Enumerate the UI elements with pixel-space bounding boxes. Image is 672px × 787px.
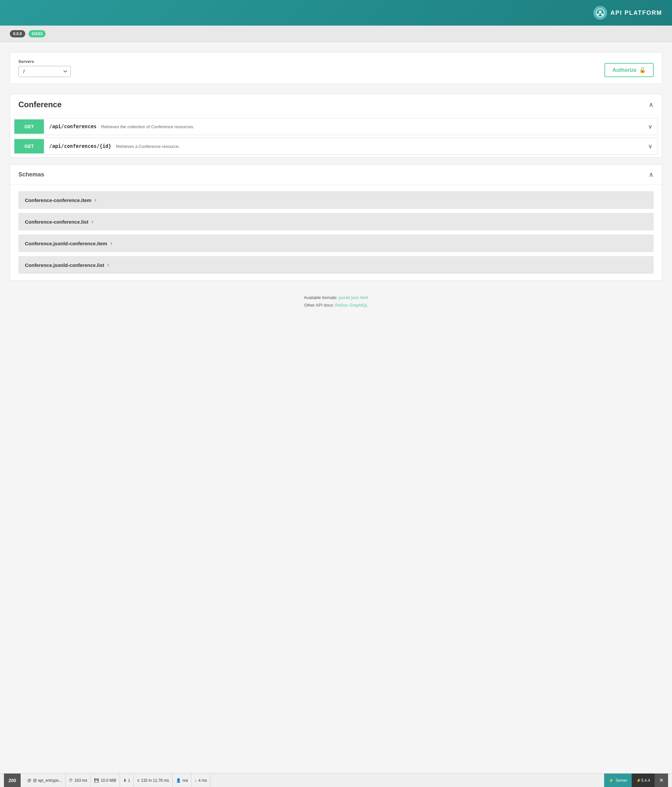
- schemas-section: Schemas ∧ Conference-conference.item › C…: [10, 164, 662, 281]
- path-text-1: /api/conferences: [49, 123, 97, 130]
- app-title: API PLATFORM: [610, 9, 662, 16]
- schema-name-2: Conference-conference.list: [25, 219, 88, 224]
- app-logo: [593, 6, 607, 20]
- authorize-button[interactable]: Authorize 🔓: [604, 63, 654, 77]
- status-server-info[interactable]: ⚡ Server: [604, 774, 632, 787]
- conference-section: Conference ∧ GET /api/conferences Retrie…: [10, 94, 662, 158]
- endpoint-expand-chevron-1: ∨: [643, 119, 658, 135]
- redoc-link[interactable]: ReDoc: [335, 303, 348, 308]
- version-text: 5.4.4: [641, 778, 650, 783]
- queries-icon: ≡: [137, 778, 139, 783]
- other-docs-label: Other API docs:: [304, 303, 334, 308]
- user-text: n/a: [183, 778, 188, 783]
- status-queries: ≡ 132 in 11.76 ms: [134, 774, 172, 787]
- schema-item[interactable]: Conference.jsonld-conference.item ›: [18, 234, 654, 252]
- main-content: Servers / Authorize 🔓 Conference ∧ GET /…: [0, 42, 672, 787]
- endpoint-path-2: /api/conferences/{id} Retrieves a Confer…: [44, 139, 643, 154]
- schema-item[interactable]: Conference.jsonld-conference.list ›: [18, 256, 654, 274]
- version-badge: 0.0.0: [10, 30, 25, 37]
- format-html-link[interactable]: html: [360, 295, 368, 300]
- ajax-text: 4 ms: [198, 778, 207, 783]
- lock-icon: 🔓: [639, 67, 646, 73]
- schemas-body: Conference-conference.item › Conference-…: [10, 185, 662, 280]
- schema-name-1: Conference-conference.item: [25, 198, 91, 203]
- oas-badge: OAS3: [28, 30, 46, 37]
- schema-expand-arrow-4: ›: [107, 262, 109, 268]
- schemas-collapse-chevron: ∧: [649, 171, 654, 179]
- memory-icon: 💾: [94, 778, 99, 783]
- conference-collapse-chevron: ∧: [649, 101, 654, 109]
- graphiql-link[interactable]: GraphiQL: [349, 303, 368, 308]
- other-docs-row: Other API docs: ReDoc GraphiQL: [16, 301, 656, 309]
- status-requests: ⬇ 1: [120, 774, 134, 787]
- schema-expand-arrow-2: ›: [91, 219, 93, 224]
- authorize-label: Authorize: [612, 67, 637, 73]
- schema-name-3: Conference.jsonld-conference.item: [25, 241, 107, 246]
- endpoint-row[interactable]: GET /api/conferences Retrieves the colle…: [14, 118, 658, 135]
- queries-text: 132 in 11.76 ms: [141, 778, 169, 783]
- status-time: ⏱ 163 ms: [66, 774, 91, 787]
- schema-expand-arrow-3: ›: [110, 240, 112, 246]
- schema-expand-arrow-1: ›: [95, 197, 96, 203]
- format-jsonld-link[interactable]: jsonld: [339, 295, 350, 300]
- path-text-2: /api/conferences/{id}: [49, 143, 112, 149]
- requests-icon: ⬇: [123, 778, 126, 783]
- memory-text: 10.0 MiB: [101, 778, 116, 783]
- requests-text: 1: [128, 778, 131, 783]
- endpoint-path-1: /api/conferences Retrieves the collectio…: [44, 119, 643, 134]
- status-bar: 200 @ @ api_entrypo... ⏱ 163 ms 💾 10.0 M…: [0, 773, 672, 787]
- svg-point-1: [599, 11, 601, 13]
- status-version[interactable]: ⚡ 5.4.4: [632, 774, 655, 787]
- schemas-title: Schemas: [18, 171, 44, 178]
- schemas-header[interactable]: Schemas ∧: [10, 164, 662, 185]
- brand: API PLATFORM: [593, 6, 662, 20]
- schema-item[interactable]: Conference-conference.item ›: [18, 191, 654, 209]
- available-formats-row: Available formats: jsonld json html: [16, 294, 656, 301]
- conference-section-title: Conference: [18, 100, 62, 109]
- format-json-link[interactable]: json: [351, 295, 359, 300]
- controls-row: Servers / Authorize 🔓: [10, 52, 662, 84]
- ajax-icon: ↓: [195, 778, 197, 783]
- status-ajax: ↓ 4 ms: [191, 774, 210, 787]
- available-formats-label: Available formats:: [304, 295, 338, 300]
- footer-info: Available formats: jsonld json html Othe…: [10, 287, 662, 316]
- status-memory: 💾 10.0 MiB: [91, 774, 120, 787]
- path-desc-1: Retrieves the collection of Conference r…: [101, 124, 194, 129]
- path-desc-2: Retrieves a Conference resource.: [116, 144, 180, 149]
- time-text: 163 ms: [74, 778, 87, 783]
- method-get-1: GET: [14, 119, 44, 134]
- time-icon: ⏱: [69, 778, 73, 783]
- at-icon: @: [27, 778, 31, 783]
- status-user: 👤 n/a: [173, 774, 192, 787]
- schema-name-4: Conference.jsonld-conference.list: [25, 262, 104, 268]
- version-row: 0.0.0 OAS3: [0, 25, 672, 42]
- status-close-button[interactable]: ✕: [655, 774, 668, 787]
- status-url: @ @ api_entrypo...: [24, 774, 65, 787]
- endpoint-expand-chevron-2: ∨: [643, 138, 658, 155]
- servers-select[interactable]: /: [18, 66, 71, 77]
- endpoint-row[interactable]: GET /api/conferences/{id} Retrieves a Co…: [14, 138, 658, 155]
- status-code: 200: [4, 774, 21, 787]
- method-get-2: GET: [14, 139, 44, 153]
- servers-label: Servers: [18, 59, 71, 64]
- app-header: API PLATFORM: [0, 0, 672, 25]
- schema-item[interactable]: Conference-conference.list ›: [18, 213, 654, 231]
- server-label: Server: [615, 778, 627, 783]
- servers-group: Servers /: [18, 59, 71, 77]
- symfony-icon: ⚡: [609, 778, 614, 783]
- user-icon: 👤: [176, 778, 181, 783]
- url-text: @ api_entrypo...: [33, 778, 62, 783]
- symfony-logo: ⚡: [636, 778, 641, 783]
- conference-section-header[interactable]: Conference ∧: [10, 94, 662, 115]
